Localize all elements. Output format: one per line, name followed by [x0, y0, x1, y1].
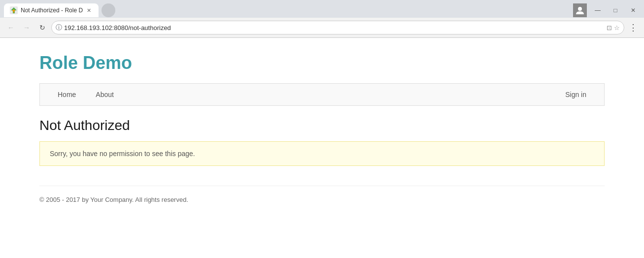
reload-icon: ↻ [39, 24, 45, 32]
nav-about-link[interactable]: About [86, 84, 124, 105]
browser-chrome: Not Authorized - Role D ✕ — □ ✕ ← → ↻ [0, 0, 644, 38]
lock-icon: ⓘ [56, 23, 62, 32]
minimize-button[interactable]: — [591, 3, 605, 17]
back-button[interactable]: ← [4, 21, 18, 34]
reload-button[interactable]: ↻ [35, 21, 49, 34]
title-bar: Not Authorized - Role D ✕ — □ ✕ [0, 0, 644, 18]
address-bar-wrapper[interactable]: ⓘ ⊡ ☆ [51, 21, 624, 34]
tab-favicon [10, 6, 18, 14]
address-bar-actions: ⊡ ☆ [607, 24, 620, 32]
site-nav: Home About Sign in [39, 83, 605, 106]
alert-message: Sorry, you have no permission to see thi… [39, 141, 605, 166]
maximize-button[interactable]: □ [609, 3, 622, 17]
user-account-icon[interactable] [573, 3, 587, 17]
close-button[interactable]: ✕ [626, 3, 640, 17]
cast-icon[interactable]: ⊡ [607, 24, 612, 32]
nav-home-link[interactable]: Home [48, 84, 86, 105]
alert-text: Sorry, you have no permission to see thi… [50, 150, 195, 158]
svg-point-3 [578, 7, 582, 11]
new-tab-button[interactable] [102, 3, 115, 17]
tab-title-text: Not Authorized - Role D [21, 7, 83, 14]
forward-icon: → [23, 24, 30, 32]
nav-bar: ← → ↻ ⓘ ⊡ ☆ ⋮ [0, 18, 644, 37]
page-content: Role Demo Home About Sign in Not Authori… [0, 38, 644, 213]
browser-menu-button[interactable]: ⋮ [626, 21, 640, 34]
forward-button[interactable]: → [20, 21, 34, 34]
page-footer: © 2005 - 2017 by Your Company. All right… [39, 186, 605, 203]
tab-close-button[interactable]: ✕ [85, 6, 93, 14]
site-title: Role Demo [39, 53, 605, 73]
nav-links: Home About [48, 84, 124, 105]
page-heading: Not Authorized [39, 118, 605, 133]
window-controls: — □ ✕ [573, 3, 640, 17]
bookmark-icon[interactable]: ☆ [614, 24, 620, 32]
address-input[interactable] [64, 24, 605, 32]
browser-tab[interactable]: Not Authorized - Role D ✕ [4, 3, 99, 17]
back-icon: ← [7, 24, 14, 32]
nav-signin-link[interactable]: Sign in [555, 84, 596, 105]
person-icon [576, 6, 584, 14]
footer-text: © 2005 - 2017 by Your Company. All right… [39, 196, 188, 203]
